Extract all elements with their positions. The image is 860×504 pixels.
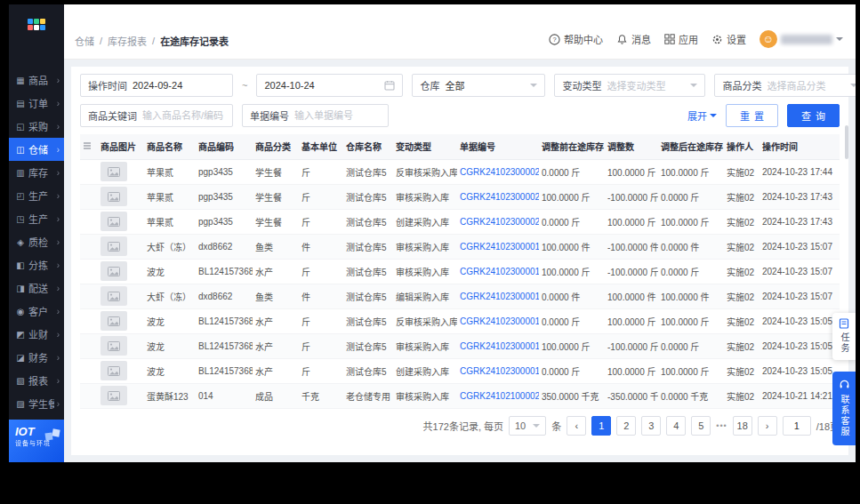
breadcrumb-item[interactable]: 库存报表 — [108, 34, 147, 48]
doc-number-link[interactable]: CGRK24102300001 — [460, 341, 539, 351]
column-settings-header[interactable] — [80, 134, 98, 159]
cell-name: 波龙 — [144, 333, 196, 358]
doc-number-link[interactable]: CGRK24102300002 — [460, 192, 539, 202]
cell-unit: 斤 — [299, 358, 343, 383]
date-end-input[interactable]: 2024-10-24 — [256, 74, 403, 97]
next-page-button[interactable]: › — [758, 416, 777, 436]
prev-page-button[interactable]: ‹ — [567, 416, 586, 436]
change-type-select[interactable]: 变动类型 选择变动类型 — [554, 74, 705, 97]
cell-category: 学生餐 — [253, 184, 299, 209]
apps-button[interactable]: 应用 — [664, 32, 698, 46]
cell-doc-no: CGRK24102300002 — [457, 159, 539, 184]
sidebar-item-finance[interactable]: ◪财务› — [9, 346, 64, 369]
sidebar-item-sorting[interactable]: ◧分拣› — [9, 253, 64, 276]
cell-operator: 实施02 — [724, 308, 760, 333]
doc-number-link[interactable]: CGRK24102300001 — [460, 366, 539, 376]
cell-code: pgp3435 — [196, 159, 253, 184]
cell-operator: 实施02 — [724, 234, 760, 259]
messages-button[interactable]: 消息 — [616, 32, 651, 46]
cell-code: BL124157368 — [196, 308, 253, 333]
sidebar-item-inventory[interactable]: ▥库存› — [9, 161, 64, 184]
doc-number-link[interactable]: CGRK24102300001 — [460, 292, 539, 301]
page-button-3[interactable]: 3 — [641, 416, 661, 436]
sidebar-item-label: 业财 — [28, 327, 54, 341]
contact-support-button[interactable]: 联系客服 — [832, 372, 856, 445]
cell-after_qty: 100.0000 斤 — [658, 358, 724, 383]
sidebar-item-label: 配送 — [28, 281, 54, 295]
sidebar-item-business-finance[interactable]: ◩业财› — [9, 323, 64, 346]
sidebar-item-production2[interactable]: ◳生产› — [9, 207, 64, 230]
sidebar-item-orders[interactable]: ▤订单› — [9, 92, 64, 115]
cell-code: BL124157368 — [196, 259, 253, 284]
page-button-2[interactable]: 2 — [616, 416, 636, 436]
doc-number-link[interactable]: CGRK24102300001 — [460, 242, 539, 252]
cell-warehouse: 测试仓库5 — [343, 234, 393, 259]
sidebar-item-student-meal[interactable]: ▨学生餐› — [9, 392, 64, 415]
help-label: 帮助中心 — [564, 32, 603, 46]
user-menu[interactable]: ☺ — [760, 30, 843, 48]
app-logo[interactable] — [9, 4, 64, 44]
doc-number-link[interactable]: CGRK24102300002 — [460, 217, 539, 227]
scrollbar-thumb[interactable] — [845, 125, 848, 159]
cell-doc-no: CGRK24102100002 — [457, 383, 539, 408]
page-ellipsis[interactable]: ••• — [716, 421, 727, 430]
cell-after_qty: 100.0000 斤 — [658, 308, 724, 333]
doc-number-link[interactable]: CGRK24102300001 — [460, 267, 539, 276]
purchase-icon: ◱ — [15, 122, 26, 132]
product-category-select[interactable]: 商品分类 选择商品分类 — [714, 74, 856, 97]
doc-number-input[interactable] — [294, 110, 381, 121]
cell-warehouse: 测试仓库5 — [343, 259, 393, 284]
sidebar-item-purchase[interactable]: ◱采购› — [9, 115, 64, 138]
sidebar-item-delivery[interactable]: ◨配送› — [9, 276, 64, 300]
warehouse-label: 仓库 — [420, 78, 439, 92]
cell-code: 014 — [196, 383, 253, 408]
page-button-1[interactable]: 1 — [591, 416, 611, 436]
cell-adjust_qty: -350.0000 千克 — [605, 383, 658, 408]
sidebar-item-production[interactable]: ◰生产› — [9, 184, 64, 207]
cell-operator: 实施02 — [724, 159, 760, 184]
breadcrumb-item[interactable]: 仓储 — [75, 34, 94, 48]
cell-time: 2024-10-23 15:05 — [760, 308, 840, 333]
image-icon — [108, 192, 120, 202]
page-button-4[interactable]: 4 — [666, 416, 686, 436]
page-size-unit: 条 — [551, 419, 561, 433]
warehouse-select[interactable]: 仓库 全部 — [412, 74, 545, 97]
cell-code: dxd8662 — [196, 284, 253, 308]
sidebar-item-reports[interactable]: ▧报表› — [9, 369, 64, 392]
sidebar-item-qc[interactable]: ◈质检› — [9, 230, 64, 253]
sidebar-item-products[interactable]: ▦商品› — [9, 68, 64, 92]
sidebar-item-customers[interactable]: ◉客户› — [9, 300, 64, 323]
cell-time: 2024-10-23 15:07 — [760, 234, 840, 259]
cell-before_qty: 0.0000 斤 — [539, 358, 605, 383]
search-button[interactable]: 查询 — [787, 104, 840, 127]
cell-name: 蛋黄酥123 — [144, 383, 196, 408]
cell-time: 2024-10-23 15:07 — [760, 284, 840, 308]
help-center-button[interactable]: ? 帮助中心 — [549, 32, 603, 46]
chevron-right-icon: › — [57, 399, 60, 409]
doc-number-link[interactable]: CGRK24102300001 — [460, 316, 539, 326]
settings-button[interactable]: 设置 — [711, 32, 746, 46]
sidebar-item-warehouse[interactable]: ◫仓储› — [9, 138, 64, 161]
sidebar-item-label: 采购 — [28, 119, 54, 133]
product-keyword-input[interactable] — [142, 110, 225, 121]
cell-operator: 实施02 — [724, 333, 760, 358]
cell-doc-no: CGRK24102300002 — [457, 184, 539, 209]
reset-button[interactable]: 重置 — [726, 104, 778, 127]
date-start-input[interactable]: 操作时间 2024-09-24 — [80, 74, 233, 97]
cell-category: 水产 — [253, 259, 299, 284]
tasks-floating-button[interactable]: 任务 — [832, 313, 856, 360]
product-keyword-label: 商品关键词 — [88, 108, 137, 123]
product-image-placeholder — [100, 212, 127, 231]
page-button-18[interactable]: 18 — [733, 416, 752, 436]
page-jump-input[interactable] — [783, 416, 811, 436]
page-size-select[interactable]: 10 — [509, 416, 546, 436]
page-button-5[interactable]: 5 — [691, 416, 711, 436]
doc-number-link[interactable]: CGRK24102100002 — [460, 391, 539, 401]
date-range-label: 操作时间 — [88, 78, 127, 92]
top-header: 仓储/库存报表/在途库存记录表 ? 帮助中心 消息 — [64, 4, 856, 60]
doc-number-link[interactable]: CGRK24102300002 — [460, 167, 539, 177]
expand-link[interactable]: 展开 — [687, 108, 717, 123]
chevron-down-icon — [850, 84, 856, 87]
cell-before_qty: 100.0000 件 — [539, 234, 605, 259]
chevron-right-icon: › — [57, 76, 60, 85]
